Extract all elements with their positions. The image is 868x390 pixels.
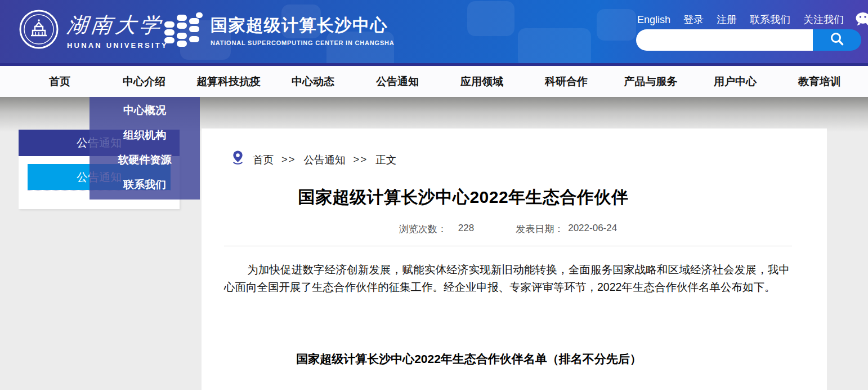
nscc-dot-grid-icon: [163, 10, 204, 50]
breadcrumb-separator: >>: [354, 153, 368, 166]
nscc-logo[interactable]: 国家超级计算长沙中心 NATIONAL SUPERCOMPUTING CENTE…: [163, 10, 395, 50]
nav-item-hpc-anti-epidemic[interactable]: 超算科技抗疫: [186, 66, 271, 97]
hunan-university-name-en: HUNAN UNIVERSITY: [67, 41, 168, 50]
dropdown-item-center-overview[interactable]: 中心概况: [90, 98, 200, 123]
wechat-icon[interactable]: [854, 11, 868, 28]
nav-item-products-services[interactable]: 产品与服务: [609, 66, 693, 97]
publish-date: 2022-06-24: [568, 223, 617, 236]
university-seal-icon: [19, 9, 59, 52]
article-title: 国家超级计算长沙中心2022年生态合作伙伴: [224, 186, 703, 209]
search-input[interactable]: [636, 29, 813, 51]
link-register[interactable]: 注册: [717, 13, 737, 26]
nav-item-user-center[interactable]: 用户中心: [693, 66, 777, 97]
header-decor-square: [518, 28, 591, 66]
breadcrumb-home[interactable]: 首页: [253, 153, 274, 167]
nscc-name-en: NATIONAL SUPERCOMPUTING CENTER IN CHANGS…: [211, 39, 395, 46]
header-decor-square: [597, 9, 636, 41]
partner-list-heading: 国家超级计算长沙中心2022年生态合作伙伴名单（排名不分先后）: [224, 351, 714, 367]
nav-item-announcements[interactable]: 公告通知: [355, 66, 440, 97]
magnifier-icon: [829, 31, 845, 50]
center-intro-dropdown: 中心概况 组织机构 软硬件资源 联系我们: [90, 97, 200, 200]
breadcrumb-separator: >>: [281, 153, 296, 166]
content-panel: 首页 >> 公告通知 >> 正文 国家超级计算长沙中心2022年生态合作伙伴 浏…: [202, 128, 827, 390]
header-decor-square: [467, 1, 514, 36]
publish-date-label: 发表日期：: [516, 223, 563, 236]
breadcrumb: 首页 >> 公告通知 >> 正文: [224, 151, 792, 168]
dropdown-item-organization[interactable]: 组织机构: [90, 123, 200, 148]
breadcrumb-announcements[interactable]: 公告通知: [304, 153, 346, 167]
nav-item-center-news[interactable]: 中心动态: [271, 66, 355, 97]
nscc-name: 国家超级计算长沙中心: [211, 14, 395, 37]
site-header: 湖南大学 HUNAN UNIVERSITY: [0, 0, 868, 66]
link-english[interactable]: English: [637, 14, 670, 26]
main-nav: 首页 中心介绍 超算科技抗疫 中心动态 公告通知 应用领域 科研合作 产品与服务…: [0, 66, 868, 97]
link-follow-us[interactable]: 关注我们: [803, 13, 844, 26]
views-label: 浏览次数：: [399, 223, 447, 236]
search-button[interactable]: [813, 29, 861, 51]
utility-links: English 登录 注册 联系我们 关注我们: [637, 11, 868, 28]
hunan-university-logo[interactable]: 湖南大学 HUNAN UNIVERSITY: [19, 9, 168, 52]
nav-item-home[interactable]: 首页: [17, 66, 102, 97]
nav-item-center-intro[interactable]: 中心介绍: [102, 66, 186, 97]
article-paragraph: 为加快促进数字经济创新发展，赋能实体经济实现新旧动能转换，全面服务国家战略和区域…: [224, 261, 790, 296]
breadcrumb-current: 正文: [375, 153, 396, 167]
location-pin-icon: [231, 150, 245, 170]
nav-item-research-cooperation[interactable]: 科研合作: [524, 66, 609, 97]
dropdown-item-software-hardware[interactable]: 软硬件资源: [90, 148, 200, 172]
link-contact-us[interactable]: 联系我们: [750, 13, 790, 26]
article-meta: 浏览次数： 228 发表日期： 2022-06-24: [224, 223, 792, 236]
views-count: 228: [458, 223, 474, 236]
hunan-university-name: 湖南大学: [65, 11, 169, 39]
dropdown-item-contact-us[interactable]: 联系我们: [90, 172, 200, 197]
nav-item-application-fields[interactable]: 应用领域: [440, 66, 524, 97]
meta-divider: [224, 246, 792, 246]
search-bar: [636, 29, 861, 51]
nav-item-education-training[interactable]: 教育培训: [777, 66, 862, 97]
link-login[interactable]: 登录: [683, 13, 704, 26]
